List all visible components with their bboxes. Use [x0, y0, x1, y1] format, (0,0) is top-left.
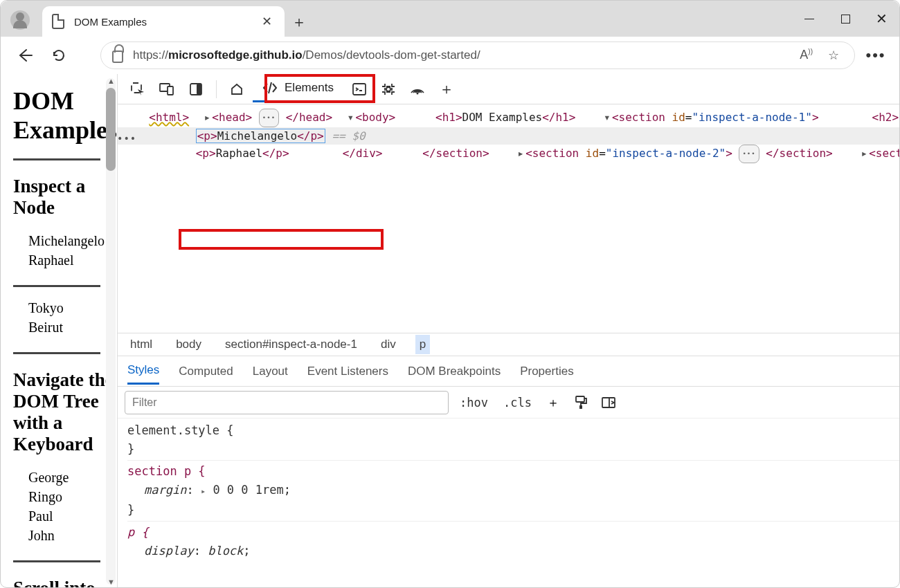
- console-tab-icon[interactable]: [346, 76, 372, 102]
- list-item[interactable]: Tokyo: [28, 298, 117, 318]
- svg-point-7: [416, 92, 418, 94]
- profile-icon[interactable]: [10, 10, 30, 30]
- url-text: https://microsoftedge.github.io/Demos/de…: [133, 48, 790, 62]
- back-button[interactable]: [10, 42, 38, 69]
- list-item[interactable]: George: [28, 468, 117, 487]
- rule-selector[interactable]: element.style {: [127, 421, 900, 440]
- tab-event-listeners[interactable]: Event Listeners: [307, 359, 388, 384]
- more-button[interactable]: •••: [862, 42, 890, 69]
- page-h1: DOM Examples: [13, 86, 117, 145]
- rule-selector[interactable]: section p {: [127, 462, 900, 481]
- list-item[interactable]: Raphael: [28, 250, 117, 270]
- dock-side-icon[interactable]: [183, 76, 209, 102]
- breadcrumb[interactable]: body: [172, 335, 206, 354]
- svg-rect-2: [168, 86, 173, 95]
- selected-dom-node[interactable]: ••• <p>Michelangelo</p> == $0: [118, 127, 900, 145]
- devtools-tabbar: Elements ＋ ••• ? ✕: [118, 74, 900, 104]
- tab-layout[interactable]: Layout: [253, 359, 288, 384]
- maximize-button[interactable]: [827, 1, 863, 37]
- close-window-button[interactable]: ✕: [863, 1, 899, 37]
- tab-elements[interactable]: Elements: [253, 76, 343, 102]
- svg-rect-4: [197, 84, 201, 95]
- page-icon: [52, 14, 64, 29]
- paint-icon[interactable]: [570, 392, 591, 413]
- close-tab-icon[interactable]: ✕: [259, 11, 275, 32]
- hov-toggle[interactable]: :hov: [456, 393, 492, 412]
- tab-styles[interactable]: Styles: [127, 358, 159, 385]
- divider: [13, 352, 100, 354]
- dom-tree[interactable]: <html> ▸<head> ••• </head> ▾<body> <h1>D…: [118, 104, 900, 333]
- scroll-thumb[interactable]: [106, 88, 116, 171]
- tab-elements-label: Elements: [285, 81, 334, 95]
- tab-computed[interactable]: Computed: [179, 359, 233, 384]
- svg-rect-5: [353, 84, 366, 95]
- cls-toggle[interactable]: .cls: [499, 393, 536, 412]
- new-style-rule-icon[interactable]: ＋: [543, 392, 564, 413]
- breadcrumb[interactable]: html: [126, 335, 156, 354]
- new-tab-icon[interactable]: ＋: [433, 76, 460, 102]
- styles-pane[interactable]: element.style { } devtools-do…started/:4…: [118, 419, 900, 588]
- page-scrollbar[interactable]: ▲ ▼: [106, 78, 116, 585]
- page-h2-scroll: Scroll into View: [13, 578, 117, 588]
- page-viewport: DOM Examples Inspect a Node Michelangelo…: [1, 74, 117, 588]
- tab-properties[interactable]: Properties: [520, 359, 573, 384]
- devtools-panel: Elements ＋ ••• ? ✕ <html> ▸<head> ••• </…: [117, 74, 900, 588]
- rule-selector[interactable]: p {: [127, 523, 900, 542]
- tab-dom-breakpoints[interactable]: DOM Breakpoints: [408, 359, 501, 384]
- inspect-element-icon[interactable]: [125, 76, 151, 102]
- dom-breadcrumbs: html body section#inspect-a-node-1 div p: [118, 333, 900, 356]
- url-field[interactable]: https://microsoftedge.github.io/Demos/de…: [100, 42, 855, 69]
- device-emulation-icon[interactable]: [154, 76, 180, 102]
- breadcrumb-selected[interactable]: p: [415, 335, 430, 354]
- breadcrumb[interactable]: section#inspect-a-node-1: [221, 335, 361, 354]
- styles-filter-input[interactable]: [125, 391, 449, 414]
- page-h2-inspect: Inspect a Node: [13, 176, 117, 219]
- styles-toolbar: :hov .cls ＋: [118, 387, 900, 419]
- list-item[interactable]: Paul: [28, 506, 117, 526]
- list-item[interactable]: Michelangelo: [28, 231, 117, 250]
- styles-tabbar: Styles Computed Layout Event Listeners D…: [118, 356, 900, 387]
- favorite-icon[interactable]: ☆: [828, 48, 839, 63]
- svg-rect-10: [576, 396, 584, 402]
- minimize-button[interactable]: [791, 1, 827, 37]
- browser-tab[interactable]: DOM Examples ✕: [42, 6, 285, 37]
- page-h2-navigate: Navigate the DOM Tree with a Keyboard: [13, 369, 117, 455]
- lock-icon: [112, 50, 123, 63]
- list-item[interactable]: Ringo: [28, 487, 117, 506]
- computed-panel-icon[interactable]: [598, 392, 619, 413]
- breadcrumb[interactable]: div: [377, 335, 400, 354]
- welcome-tab-icon[interactable]: [224, 76, 250, 102]
- read-aloud-icon[interactable]: A)): [800, 48, 813, 63]
- tab-title: DOM Examples: [74, 16, 249, 28]
- divider: [13, 285, 100, 287]
- list-item[interactable]: John: [28, 526, 117, 545]
- divider: [13, 158, 100, 160]
- address-bar: https://microsoftedge.github.io/Demos/de…: [1, 37, 899, 74]
- refresh-button[interactable]: [45, 42, 73, 69]
- code-icon: [262, 81, 278, 95]
- sources-tab-icon[interactable]: [375, 76, 402, 102]
- svg-rect-11: [579, 405, 582, 409]
- annotation-highlight: [179, 229, 384, 250]
- network-tab-icon[interactable]: [404, 76, 431, 102]
- list-item[interactable]: Beirut: [28, 318, 117, 337]
- new-tab-button[interactable]: ＋: [285, 8, 314, 37]
- svg-point-6: [386, 87, 390, 91]
- titlebar: DOM Examples ✕ ＋ ✕: [1, 1, 899, 37]
- divider: [13, 560, 100, 562]
